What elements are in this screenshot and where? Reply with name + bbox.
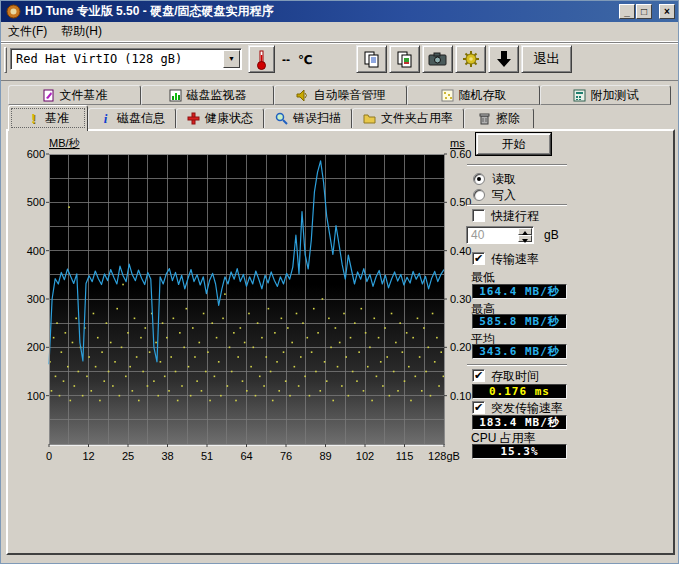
file-benchmark-icon — [42, 89, 55, 102]
drive-selector-value: Red Hat VirtIO (128 gB) — [11, 52, 223, 66]
app-icon — [6, 4, 21, 19]
chevron-down-icon[interactable]: ▼ — [223, 50, 240, 68]
tab-file-benchmark[interactable]: 文件基准 — [8, 85, 141, 105]
svg-text:200: 200 — [27, 341, 45, 353]
access-time-label[interactable]: 存取时间 — [491, 368, 539, 385]
transfer-rate-checkbox[interactable]: ✔ — [472, 252, 485, 265]
benchmark-chart: MB/秒100200300400500600ms0.100.200.300.40… — [25, 137, 481, 467]
menu-file[interactable]: 文件(F) — [1, 21, 54, 42]
svg-text:400: 400 — [27, 245, 45, 257]
hdtune-window: HD Tune 专业版 5.50 - 硬盘/固态硬盘实用程序 _ □ × 文件(… — [0, 0, 679, 564]
disk-monitor-icon — [169, 89, 182, 102]
svg-text:0.30: 0.30 — [450, 293, 471, 305]
max-value: 585.8 MB/秒 — [472, 314, 567, 329]
toolbar-gripper — [4, 47, 7, 73]
svg-text:MB/秒: MB/秒 — [49, 137, 81, 149]
temperature-unit: ℃ — [298, 53, 313, 67]
svg-text:115: 115 — [396, 450, 414, 462]
write-radio-label[interactable]: 写入 — [492, 187, 516, 204]
svg-text:89: 89 — [319, 450, 331, 462]
tab-disk-monitor[interactable]: 磁盘监视器 — [141, 85, 274, 105]
tab-label: 文件夹占用率 — [381, 110, 453, 127]
tab-label: 磁盘信息 — [117, 110, 165, 127]
options-button[interactable] — [455, 45, 486, 73]
burst-rate-checkbox[interactable]: ✔ — [472, 401, 485, 414]
cpu-usage-value: 15.3% — [472, 444, 567, 459]
copy-text-button[interactable] — [356, 45, 387, 73]
close-button[interactable]: × — [659, 4, 675, 19]
tab-benchmark[interactable]: ! 基准 — [8, 105, 88, 131]
access-time-checkbox[interactable]: ✔ — [472, 369, 485, 382]
camera-icon — [428, 52, 447, 66]
tab-label: 错误扫描 — [293, 110, 341, 127]
health-icon — [187, 112, 200, 125]
temperature-button[interactable] — [248, 45, 275, 73]
short-stroke-unit: gB — [544, 228, 559, 242]
folder-usage-icon — [363, 112, 376, 125]
svg-text:12: 12 — [82, 450, 94, 462]
tab-noise-management[interactable]: 自动噪音管理 — [274, 85, 407, 105]
tab-health[interactable]: 健康状态 — [176, 108, 264, 128]
screenshot-button[interactable] — [422, 45, 453, 73]
copy-image-button[interactable] — [389, 45, 420, 73]
short-stroke-stepper[interactable]: 40 — [466, 226, 534, 244]
stepper-up-button[interactable] — [518, 228, 532, 235]
svg-text:0: 0 — [46, 450, 52, 462]
write-radio[interactable] — [473, 189, 485, 201]
minimize-button[interactable]: _ — [619, 4, 635, 19]
tab-folder-usage[interactable]: 文件夹占用率 — [352, 108, 464, 128]
svg-text:76: 76 — [280, 450, 292, 462]
drive-selector[interactable]: Red Hat VirtIO (128 gB) ▼ — [10, 48, 242, 70]
svg-text:0.60: 0.60 — [450, 148, 471, 160]
disk-info-icon: i — [99, 112, 112, 125]
random-access-icon — [441, 89, 454, 102]
read-radio-label[interactable]: 读取 — [492, 171, 516, 188]
svg-text:64: 64 — [240, 450, 252, 462]
transfer-rate-label[interactable]: 传输速率 — [491, 251, 539, 268]
svg-text:128gB: 128gB — [428, 450, 460, 462]
svg-text:100: 100 — [27, 390, 45, 402]
tab-label: 随机存取 — [459, 87, 507, 104]
tab-label: 磁盘监视器 — [187, 87, 247, 104]
thermometer-icon — [256, 49, 267, 70]
menu-help[interactable]: 帮助(H) — [54, 21, 109, 42]
copy-image-icon — [396, 50, 414, 68]
maximize-button[interactable]: □ — [636, 4, 652, 19]
svg-text:0.10: 0.10 — [450, 390, 471, 402]
short-stroke-checkbox[interactable] — [472, 209, 485, 222]
tab-random-access[interactable]: 随机存取 — [407, 85, 540, 105]
svg-text:25: 25 — [122, 450, 134, 462]
save-results-icon — [496, 50, 512, 68]
noise-management-icon — [296, 89, 309, 102]
tab-erase[interactable]: 擦除 — [464, 108, 534, 128]
extra-tests-icon — [573, 89, 586, 102]
menubar: 文件(F) 帮助(H) — [1, 22, 679, 42]
read-radio[interactable] — [473, 173, 485, 185]
tab-label: 自动噪音管理 — [314, 87, 386, 104]
tab-label: 擦除 — [496, 110, 520, 127]
short-stroke-label[interactable]: 快捷行程 — [491, 208, 539, 225]
svg-text:600: 600 — [27, 148, 45, 160]
benchmark-icon: ! — [27, 112, 40, 125]
stepper-down-button[interactable] — [518, 235, 532, 242]
tab-label: 基准 — [45, 110, 69, 127]
exit-button[interactable]: 退出 — [521, 45, 572, 73]
svg-text:38: 38 — [161, 450, 173, 462]
svg-text:0.50: 0.50 — [450, 196, 471, 208]
divider — [467, 164, 567, 165]
avg-value: 343.6 MB/秒 — [472, 344, 567, 359]
titlebar[interactable]: HD Tune 专业版 5.50 - 硬盘/固态硬盘实用程序 _ □ × — [1, 1, 679, 22]
copy-text-icon — [363, 50, 381, 68]
temperature-value: -- — [282, 53, 290, 67]
save-results-button[interactable] — [488, 45, 519, 73]
tab-extra-tests[interactable]: 附加测试 — [540, 85, 671, 105]
divider — [467, 364, 567, 365]
burst-rate-value: 183.4 MB/秒 — [472, 415, 567, 430]
tab-label: 文件基准 — [60, 87, 108, 104]
tab-error-scan[interactable]: 错误扫描 — [264, 108, 352, 128]
tab-label: 健康状态 — [205, 110, 253, 127]
svg-text:300: 300 — [27, 293, 45, 305]
window-title: HD Tune 专业版 5.50 - 硬盘/固态硬盘实用程序 — [25, 3, 273, 20]
start-button[interactable]: 开始 — [476, 133, 551, 155]
tab-disk-info[interactable]: i 磁盘信息 — [88, 108, 176, 128]
